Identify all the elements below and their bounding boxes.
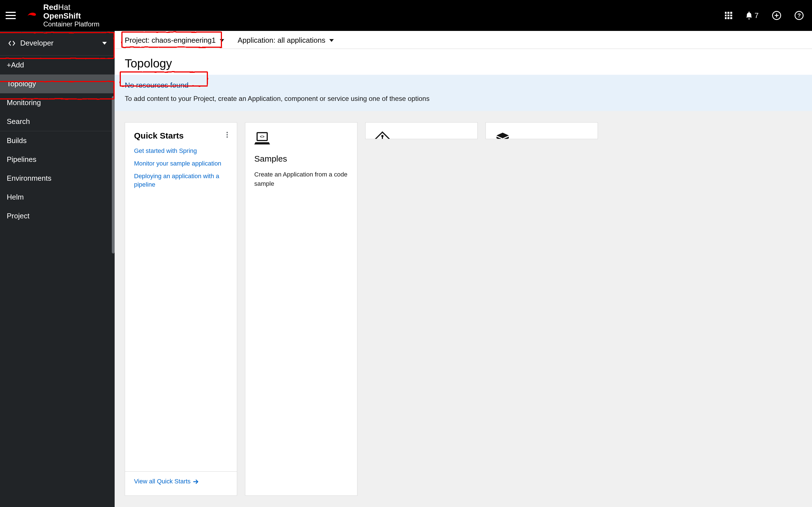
application-selector[interactable]: Application: all applications — [238, 36, 334, 45]
quick-start-link[interactable]: Deploying an application with a pipeline — [134, 172, 228, 189]
nav-item-search[interactable]: Search — [0, 112, 115, 131]
perspective-label: Developer — [20, 39, 54, 48]
nav-item-pipelines[interactable]: Pipelines — [0, 150, 115, 169]
chevron-down-icon — [220, 39, 224, 42]
header-toolbar: 7 ? — [725, 11, 804, 20]
nav-item-project[interactable]: Project — [0, 207, 115, 225]
laptop-code-icon: <> — [254, 131, 348, 148]
chevron-down-icon — [329, 39, 334, 42]
git-icon — [375, 131, 469, 139]
brand-logo[interactable]: RedHat OpenShift Container Platform — [26, 3, 100, 28]
notification-count: 7 — [755, 11, 759, 20]
question-circle-icon: ? — [795, 11, 804, 20]
svg-rect-1 — [774, 15, 778, 16]
plus-circle-icon — [772, 11, 781, 20]
quick-start-link[interactable]: Monitor your sample application — [134, 159, 228, 168]
help-button[interactable]: ? — [795, 11, 804, 20]
add-cards-grid: Quick Starts Get started with Spring Mon… — [115, 111, 812, 507]
perspective-switcher[interactable]: Developer — [0, 31, 115, 56]
nav-item-helm[interactable]: Helm — [0, 188, 115, 207]
nav-item-topology[interactable]: Topology — [0, 74, 115, 93]
nav-item-add[interactable]: +Add — [0, 56, 115, 74]
nav-item-monitoring[interactable]: Monitoring — [0, 93, 115, 112]
project-selector[interactable]: Project: chaos-engineering1 — [125, 36, 224, 45]
card-quick-starts[interactable]: Quick Starts Get started with Spring Mon… — [125, 122, 237, 496]
brand-text: RedHat OpenShift Container Platform — [43, 3, 100, 28]
empty-state-banner: No resources found To add content to you… — [115, 75, 812, 111]
page-title: Topology — [115, 49, 812, 75]
notifications-button[interactable]: 7 — [746, 11, 759, 20]
card-partial[interactable] — [365, 122, 478, 139]
nav-list: +Add Topology Monitoring Search Builds P… — [0, 56, 115, 225]
nav-item-environments[interactable]: Environments — [0, 169, 115, 188]
app-launcher-button[interactable] — [725, 12, 732, 19]
svg-text:<>: <> — [260, 134, 264, 139]
empty-state-subtitle: To add content to your Project, create a… — [125, 95, 802, 103]
sidebar-nav: Developer +Add Topology Monitoring Searc… — [0, 31, 115, 507]
card-title: Quick Starts — [134, 131, 184, 140]
project-bar: Project: chaos-engineering1 Application:… — [115, 31, 812, 49]
card-title: Samples — [254, 154, 348, 164]
view-all-quick-starts-link[interactable]: View all Quick Starts — [134, 477, 198, 486]
svg-rect-6 — [382, 136, 383, 139]
layers-icon — [495, 131, 588, 139]
bell-icon — [746, 11, 752, 19]
application-selector-label: Application: all applications — [238, 36, 325, 45]
redhat-fedora-icon — [26, 10, 39, 20]
code-icon — [8, 40, 16, 46]
kebab-menu-button[interactable] — [227, 131, 228, 138]
empty-state-title: No resources found — [125, 81, 802, 90]
card-samples[interactable]: <> Samples Create an Application from a … — [245, 122, 357, 496]
arrow-right-icon — [193, 480, 198, 484]
import-add-button[interactable] — [772, 11, 781, 20]
project-selector-label: Project: chaos-engineering1 — [125, 36, 216, 45]
main-content: Project: chaos-engineering1 Application:… — [115, 31, 812, 507]
quick-start-link[interactable]: Get started with Spring — [134, 147, 228, 155]
hamburger-menu-button[interactable] — [6, 12, 16, 19]
grid-icon — [725, 12, 732, 19]
global-header: RedHat OpenShift Container Platform 7 ? — [0, 0, 812, 31]
sidebar-scrollbar[interactable] — [112, 96, 115, 253]
chevron-down-icon — [102, 42, 107, 45]
nav-item-builds[interactable]: Builds — [0, 131, 115, 150]
card-partial[interactable] — [486, 122, 598, 139]
card-description: Create an Application from a code sample — [254, 170, 348, 188]
